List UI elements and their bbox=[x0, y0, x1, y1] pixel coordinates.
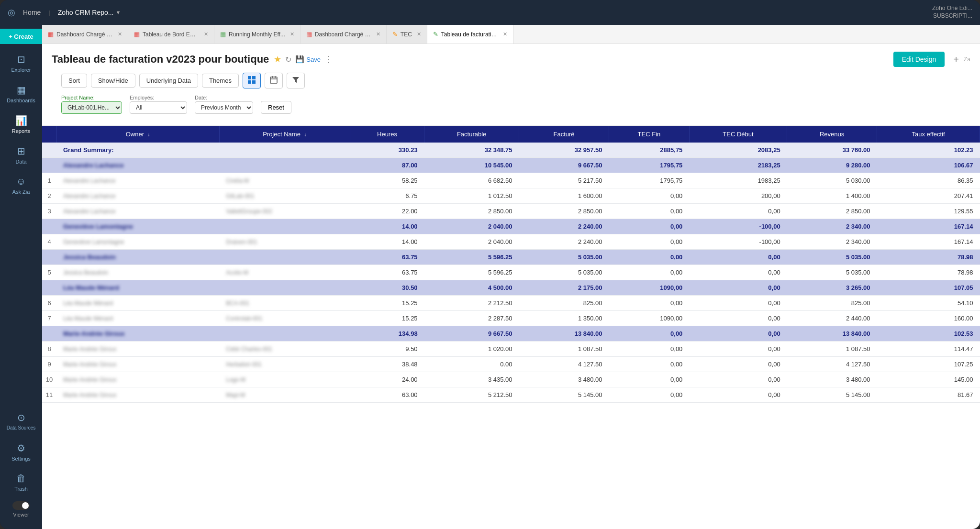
zoom-level: Za bbox=[964, 56, 970, 63]
tab-dashboard-charge-w[interactable]: ▦ Dashboard Chargé w... ✕ bbox=[301, 25, 387, 44]
show-hide-button[interactable]: Show/Hide bbox=[91, 74, 135, 88]
employes-filter: Employés: All bbox=[130, 95, 187, 114]
svg-rect-4 bbox=[270, 77, 277, 83]
col-facture: Facturé bbox=[519, 126, 609, 143]
home-link[interactable]: Home bbox=[23, 9, 41, 16]
sidebar-item-reports[interactable]: 📊 Reports bbox=[0, 109, 42, 140]
app-logo: ◎ bbox=[8, 7, 15, 18]
reports-icon: 📊 bbox=[15, 115, 27, 126]
tab-running-monthly-icon: ▦ bbox=[220, 31, 226, 38]
tab-close-5[interactable]: ✕ bbox=[417, 31, 421, 37]
employes-select[interactable]: All bbox=[130, 101, 187, 114]
tab-tec-icon: ✎ bbox=[392, 31, 398, 38]
ask-zia-icon: ☺ bbox=[16, 176, 26, 187]
subtotal-owner-2: Jessica Beaudoin bbox=[56, 250, 350, 265]
favorite-icon[interactable]: ★ bbox=[274, 54, 281, 65]
grand-summary-tec-fin: 2885,75 bbox=[609, 143, 690, 158]
more-options-icon[interactable]: ⋮ bbox=[324, 54, 333, 65]
subtotal-row-2: Jessica Beaudoin 63.75 5 596.25 5 035.00… bbox=[42, 250, 980, 265]
toolbar: Sort Show/Hide Underlying Data Themes bbox=[52, 73, 970, 94]
filter-button[interactable] bbox=[287, 73, 305, 88]
save-icon: 💾 bbox=[295, 55, 304, 64]
sidebar: ⊡ Explorer ▦ Dashboards 📊 Reports ⊞ Data… bbox=[0, 25, 42, 529]
table-row: 9 Marie-Andrée Giroux Herbalixir-001 38.… bbox=[42, 357, 980, 372]
date-select[interactable]: Previous Month bbox=[195, 101, 253, 114]
table-view-button[interactable] bbox=[243, 73, 261, 88]
create-button[interactable]: + Create bbox=[0, 29, 42, 44]
tab-close-4[interactable]: ✕ bbox=[376, 31, 380, 37]
table-row: 1 Alexandre Lachance Cinéla-M 58.25 6 68… bbox=[42, 173, 980, 188]
project-sort-icon[interactable]: ↓ bbox=[304, 132, 307, 137]
table-row: 4 Geneviève Lamontagne Draiven-001 14.00… bbox=[42, 234, 980, 250]
tab-facturation-icon: ✎ bbox=[433, 31, 438, 38]
subtotal-owner-3: Léa Maude Ménard bbox=[56, 280, 350, 296]
tab-facturation[interactable]: ✎ Tableau de facturation... ✕ bbox=[427, 25, 513, 44]
grand-summary-facturable: 32 348.75 bbox=[424, 143, 519, 158]
sidebar-item-ask-zia[interactable]: ☺ Ask Zia bbox=[0, 170, 42, 200]
sidebar-item-explorer[interactable]: ⊡ Explorer bbox=[0, 48, 42, 78]
underlying-data-button[interactable]: Underlying Data bbox=[139, 74, 198, 88]
subtotal-row-3: Léa Maude Ménard 30.50 4 500.00 2 175.00… bbox=[42, 280, 980, 296]
refresh-icon[interactable]: ↻ bbox=[285, 55, 291, 64]
sidebar-bottom: ⊙ Data Sources ⚙ Settings 🗑 Trash Viewer bbox=[0, 406, 42, 529]
col-project[interactable]: Project Name ↓ bbox=[219, 126, 350, 143]
sidebar-item-settings[interactable]: ⚙ Settings bbox=[0, 437, 42, 467]
subtotal-owner-1: Geneviève Lamontagne bbox=[56, 219, 350, 234]
add-button[interactable]: + bbox=[953, 54, 959, 65]
report-header: Tableau de facturation v2023 pour boutiq… bbox=[42, 44, 980, 126]
report-title: Tableau de facturation v2023 pour boutiq… bbox=[52, 53, 269, 66]
tab-close-6[interactable]: ✕ bbox=[503, 31, 507, 37]
table-row: 7 Léa Maude Ménard Controlab-001 15.25 2… bbox=[42, 311, 980, 326]
subtotal-row-1: Geneviève Lamontagne 14.00 2 040.00 2 24… bbox=[42, 219, 980, 234]
data-table: Owner ↓ Project Name ↓ Heures Facturable… bbox=[42, 126, 980, 403]
title-icons: ★ ↻ 💾 Save ⋮ bbox=[274, 54, 333, 65]
reset-button[interactable]: Reset bbox=[261, 101, 291, 114]
save-button[interactable]: 💾 Save bbox=[295, 55, 321, 64]
edit-design-button[interactable]: Edit Design bbox=[893, 52, 945, 67]
tab-close-1[interactable]: ✕ bbox=[118, 31, 122, 37]
filter-icon bbox=[292, 76, 300, 84]
col-heures: Heures bbox=[350, 126, 424, 143]
dashboards-icon: ▦ bbox=[17, 84, 26, 96]
tab-dashboard-charge[interactable]: ▦ Dashboard Chargé d... ✕ bbox=[42, 25, 128, 44]
table-row: 11 Marie-Andrée Giroux Mapi-M 63.00 5 21… bbox=[42, 387, 980, 403]
sidebar-item-data[interactable]: ⊞ Data bbox=[0, 140, 42, 170]
sort-button[interactable]: Sort bbox=[61, 74, 87, 88]
viewer-switch[interactable] bbox=[12, 501, 30, 510]
calendar-icon bbox=[270, 76, 278, 84]
owner-sort-icon[interactable]: ↓ bbox=[148, 132, 150, 137]
tab-tec[interactable]: ✎ TEC ✕ bbox=[387, 25, 427, 44]
tab-close-3[interactable]: ✕ bbox=[290, 31, 294, 37]
project-name-label: Project Name: bbox=[61, 95, 122, 100]
grand-summary-revenus: 33 760.00 bbox=[787, 143, 877, 158]
table-row: 6 Léa Maude Ménard BCA-001 15.25 2 212.5… bbox=[42, 296, 980, 311]
table-icon bbox=[248, 76, 256, 84]
sidebar-item-dashboards[interactable]: ▦ Dashboards bbox=[0, 78, 42, 109]
svg-rect-1 bbox=[252, 76, 256, 79]
filters-row: Project Name: GitLab-001.He... Employés:… bbox=[52, 94, 970, 120]
tab-close-2[interactable]: ✕ bbox=[204, 31, 208, 37]
tab-tableau-bord[interactable]: ▦ Tableau de Bord Emp... ✕ bbox=[128, 25, 214, 44]
table-row: 3 Alexandre Lachance VallettGroupe-002 2… bbox=[42, 204, 980, 219]
main-content: Tableau de facturation v2023 pour boutiq… bbox=[42, 44, 980, 529]
tab-running-monthly[interactable]: ▦ Running Monthly Eff... ✕ bbox=[214, 25, 301, 44]
subtotal-row-4: Marie-Andrée Giroux 134.98 9 667.50 13 8… bbox=[42, 326, 980, 342]
sidebar-item-data-sources[interactable]: ⊙ Data Sources bbox=[0, 406, 42, 437]
col-owner[interactable]: Owner ↓ bbox=[56, 126, 219, 143]
tab-dashboard-charge-icon: ▦ bbox=[48, 31, 54, 38]
sidebar-item-trash[interactable]: 🗑 Trash bbox=[0, 467, 42, 497]
calendar-view-button[interactable] bbox=[265, 73, 283, 88]
themes-button[interactable]: Themes bbox=[202, 74, 239, 88]
tabs-bar: ▦ Dashboard Chargé d... ✕ ▦ Tableau de B… bbox=[0, 25, 980, 44]
tab-dashboard-charge-w-icon: ▦ bbox=[306, 31, 312, 38]
table-row: 8 Marie-Andrée Giroux Ciété Charles-001 … bbox=[42, 342, 980, 357]
top-bar: ◎ Home | Zoho CRM Repo... ▼ Zoho One Edi… bbox=[0, 0, 980, 25]
grand-summary-heures: 330.23 bbox=[350, 143, 424, 158]
viewer-toggle[interactable]: Viewer bbox=[12, 497, 30, 521]
subtotal-owner-0: Alexandre Lachance bbox=[56, 158, 350, 173]
toggle-knob bbox=[22, 502, 29, 509]
col-revenus: Revenus bbox=[787, 126, 877, 143]
project-name-select[interactable]: GitLab-001.He... bbox=[61, 101, 122, 114]
data-table-wrapper: Owner ↓ Project Name ↓ Heures Facturable… bbox=[42, 126, 980, 403]
grand-summary-label: Grand Summary: bbox=[56, 143, 350, 158]
